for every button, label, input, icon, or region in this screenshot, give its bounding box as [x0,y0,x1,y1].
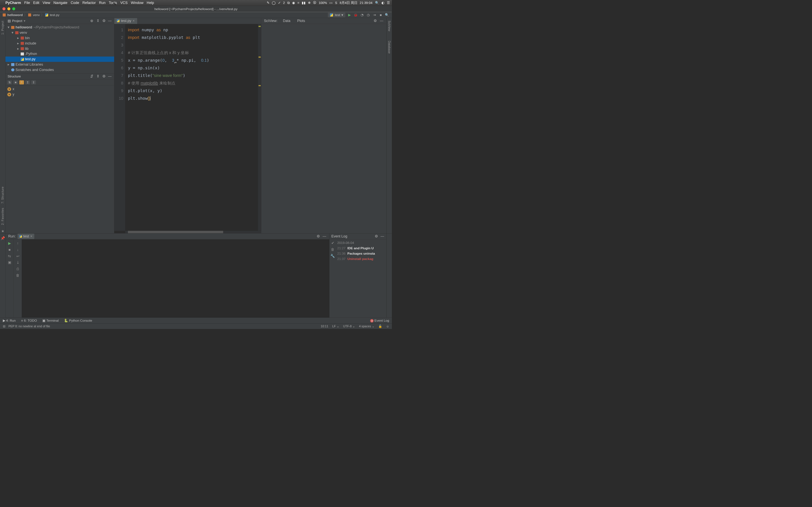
menu-file[interactable]: File [24,1,30,5]
zoom-window-icon[interactable] [12,7,15,10]
expand-icon[interactable]: ⇵ [90,74,94,78]
menu-refactor[interactable]: Refactor [82,1,96,5]
chevron-down-icon[interactable]: ▾ [24,19,26,23]
tree-node-python-cfg[interactable]: .Python [5,51,114,57]
sciview-tab-plots[interactable]: Plots [296,18,306,24]
export-icon[interactable]: ⤓ [16,261,19,265]
tree-node-external-libs[interactable]: ▸ External Libraries [5,62,114,67]
close-window-icon[interactable] [3,7,6,10]
toolbar-btn[interactable]: ↥ [26,80,30,84]
spotlight-icon[interactable]: 🔍 [375,1,379,5]
macos-menubar[interactable]: PyCharm File Edit View Navigate Code Ref… [0,0,392,6]
notification-center-icon[interactable]: ☰ [387,1,390,5]
run-button[interactable]: ▶ [347,13,352,17]
layout-icon[interactable]: ⇆ [8,254,11,258]
crumb-file[interactable]: test.py [50,13,59,17]
project-tree[interactable]: ▾ helloword ~/PycharmProjects/helloword … [5,24,114,73]
sciview-tab-data[interactable]: Data [282,18,292,24]
gear-icon[interactable]: ⚙ [102,18,106,23]
gear-icon[interactable]: ⚙ [374,234,378,238]
crumb-project[interactable]: helloword [7,13,23,17]
pin-icon[interactable]: 📌 [0,233,5,240]
trash-icon[interactable]: 🗑 [16,273,20,277]
menu-code[interactable]: Code [71,1,79,5]
hide-icon[interactable]: — [322,234,326,238]
tool-tab-favorites[interactable]: 2: Favorites [1,208,4,225]
caret-position[interactable]: 10:11 [320,325,328,328]
stop-button[interactable]: ■ [378,13,383,17]
event-log-row[interactable]: 21:27IDE and Plugin U [337,245,385,251]
tree-node-lib[interactable]: ▸ lib [5,46,114,51]
project-panel-title[interactable]: Project [12,19,22,23]
stop-icon[interactable]: ■ [8,247,11,252]
structure-item[interactable]: vx [7,87,112,92]
tree-node-testpy[interactable]: test.py [5,57,114,62]
up-icon[interactable]: ↑ [17,241,18,245]
camera-icon[interactable]: ◉ [292,1,295,5]
siri-icon[interactable]: ◐ [382,1,384,5]
event-log-row[interactable]: 21:36Packages uninsta [337,251,385,256]
minimize-window-icon[interactable] [7,7,10,10]
sort-icon[interactable]: ⇅ [7,80,12,84]
tool-todo[interactable]: ≡ 6: TODO [21,319,37,323]
tree-node-root[interactable]: ▾ helloword ~/PycharmProjects/helloword [5,25,114,30]
hide-icon[interactable]: — [108,74,112,78]
filter-icon[interactable]: ★ [13,80,18,84]
horizontal-scrollbar[interactable] [125,231,261,233]
mark-read-icon[interactable]: ✔ [331,241,335,245]
event-log-button[interactable]: 3Event Log [370,319,389,323]
down-icon[interactable]: ↓ [17,247,18,252]
traffic-lights[interactable] [3,7,15,10]
toolbar-btn[interactable]: ↧ [31,80,36,84]
run-console-output[interactable] [22,239,329,318]
tool-tab-structure[interactable]: 7: Structure [1,186,4,204]
encoding[interactable]: UTF-8 ⌄ [343,325,355,328]
gear-icon[interactable]: ⚙ [316,234,320,238]
line-ending[interactable]: LF ⌄ [333,325,339,328]
wifi-icon[interactable]: ⦿ [313,1,316,5]
tool-tab-project[interactable]: 1: Project [1,20,4,35]
rerun-icon[interactable]: ▶ [8,241,11,245]
tree-node-venv[interactable]: ▾ venv [5,30,114,36]
indent[interactable]: 4 spaces ⌄ [359,325,374,328]
tool-run[interactable]: ▶ 4: Run [3,319,16,323]
tool-terminal[interactable]: ▣ Terminal [42,319,59,323]
collapse-all-icon[interactable]: ⇕ [96,74,100,78]
run-config-selector[interactable]: test ▾ [328,12,345,17]
panel-icon[interactable]: ▮▮ [302,1,305,5]
collapse-icon[interactable]: ⇕ [96,18,100,23]
gear-icon[interactable]: ⚙ [373,18,377,23]
evernote-icon[interactable]: ✎ [267,1,269,5]
tool-tab-database[interactable]: Database [388,41,391,54]
profile-button[interactable]: ◷ [366,13,370,17]
structure-item[interactable]: vy [7,92,112,97]
tree-node-scratches[interactable]: Scratches and Consoles [5,67,114,72]
menu-view[interactable]: View [43,1,50,5]
attach-button[interactable]: ⇥ [372,13,376,17]
hide-icon[interactable]: — [108,18,112,23]
editor-tab[interactable]: test.py × [114,17,137,24]
run-tab[interactable]: test × [17,234,34,239]
creative-cloud-icon[interactable]: ⧉ [287,1,290,5]
lock-icon[interactable]: 🔓 [378,325,382,328]
wrap-icon[interactable]: ↩ [16,254,19,258]
print-icon[interactable]: ⎙ [17,267,19,271]
gear-icon[interactable]: ⚙ [102,74,106,78]
editor-tabbar[interactable]: test.py × [114,18,261,24]
battery-icon[interactable]: ▭ [329,1,333,5]
search-everywhere-button[interactable]: 🔍 [385,13,389,17]
tree-node-bin[interactable]: ▸ bin [5,35,114,41]
pin-tab-icon[interactable]: ▣ [8,261,11,265]
error-stripe[interactable] [258,24,261,231]
headset-icon[interactable]: ◯ [272,1,275,5]
app-name[interactable]: PyCharm [5,1,21,5]
hector-icon[interactable]: ☺ [386,325,389,328]
snow-icon[interactable]: ❄ [308,1,311,5]
tool-python-console[interactable]: 🐍 Python Console [64,319,92,323]
todo-icon[interactable]: ✓ [278,1,281,5]
menu-run[interactable]: Run [99,1,105,5]
fields-icon[interactable]: f [19,80,24,84]
locate-icon[interactable]: ⊕ [90,18,94,23]
crumb-venv[interactable]: venv [33,13,40,17]
menu-window[interactable]: Window [131,1,144,5]
